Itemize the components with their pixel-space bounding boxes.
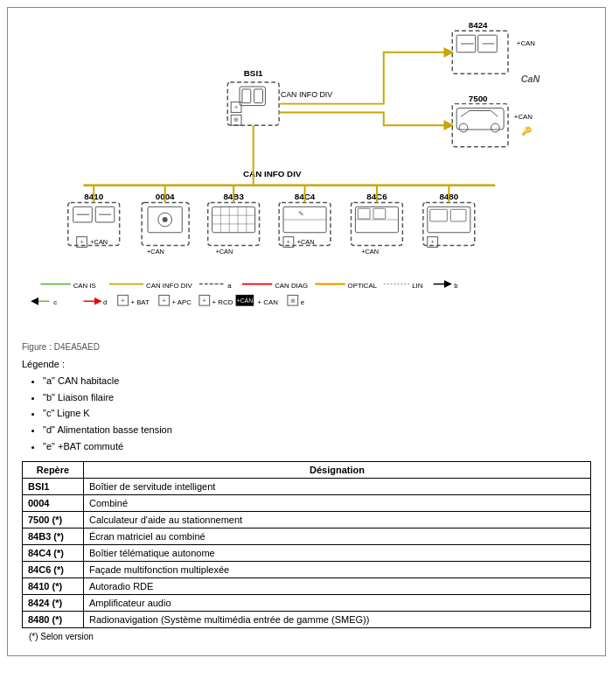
desig-8424: Amplificateur audio	[84, 595, 591, 612]
svg-text:+ CAN: + CAN	[258, 298, 279, 306]
table-row: 0004 Combiné	[23, 495, 591, 512]
svg-text:CAN INFO DIV: CAN INFO DIV	[243, 169, 302, 178]
repere-84c6: 84C6 (*)	[23, 562, 84, 578]
legend-item-b: "b" Liaison filaire	[43, 389, 591, 406]
svg-text:+CAN: +CAN	[216, 248, 233, 256]
svg-text:+CAN: +CAN	[361, 248, 379, 256]
repere-0004: 0004	[23, 495, 84, 512]
svg-text:CAN DIAG: CAN DIAG	[275, 282, 308, 290]
svg-text:+: +	[430, 238, 435, 246]
col-header-repere: Repère	[23, 462, 84, 479]
svg-text:⊕: ⊕	[233, 116, 239, 122]
svg-text:+: +	[202, 297, 206, 304]
svg-text:+: +	[80, 238, 84, 246]
figure-label: Figure : D4EA5AED	[22, 342, 591, 352]
desig-8480: Radionavigation (Système multimédia entr…	[84, 612, 591, 628]
desig-84c4: Boîtier télématique autonome	[84, 545, 591, 562]
svg-point-42	[163, 217, 168, 222]
table-row: 8480 (*) Radionavigation (Système multim…	[23, 612, 591, 628]
repere-8424: 8424 (*)	[23, 595, 84, 612]
svg-text:CaN: CaN	[521, 74, 540, 84]
svg-text:+ BAT: + BAT	[130, 298, 150, 306]
svg-text:+CAN: +CAN	[147, 248, 164, 256]
svg-text:CAN IS: CAN IS	[73, 282, 96, 290]
table-row: 8424 (*) Amplificateur audio	[23, 595, 591, 612]
table-footnote: (*) Selon version	[29, 632, 584, 641]
svg-text:⊕: ⊕	[290, 298, 296, 304]
reference-table-section: Repère Désignation BSI1 Boîtier de servi…	[22, 461, 591, 641]
svg-text:LIN: LIN	[412, 282, 423, 290]
repere-7500: 7500 (*)	[23, 512, 84, 528]
table-row: 84C4 (*) Boîtier télématique autonome	[23, 545, 591, 562]
desig-8410: Autoradio RDE	[84, 578, 591, 595]
diagram-area: BSI1 + ⊕ CAN INFO DIV 8424 +CAN CaN	[15, 15, 598, 339]
svg-text:OPTICAL: OPTICAL	[348, 282, 378, 290]
svg-text:7500: 7500	[469, 94, 488, 103]
desig-84c6: Façade multifonction multiplexée	[84, 562, 591, 578]
col-header-designation: Désignation	[84, 462, 591, 479]
svg-text:✎: ✎	[298, 210, 304, 218]
svg-text:e: e	[301, 298, 304, 306]
table-row: 84C6 (*) Façade multifonction multiplexé…	[23, 562, 591, 578]
repere-84b3: 84B3 (*)	[23, 528, 84, 545]
figure-id: Figure : D4EA5AED	[22, 342, 100, 352]
desig-bsi1: Boîtier de servitude intelligent	[84, 479, 591, 495]
svg-text:+CAN: +CAN	[297, 238, 315, 246]
repere-84c4: 84C4 (*)	[23, 545, 84, 562]
table-row: 84B3 (*) Écran matriciel au combiné	[23, 528, 591, 545]
repere-8480: 8480 (*)	[23, 612, 84, 628]
svg-rect-18	[452, 104, 508, 147]
table-row: BSI1 Boîtier de servitude intelligent	[23, 479, 591, 495]
svg-text:+: +	[287, 238, 291, 246]
svg-text:🔑: 🔑	[521, 125, 533, 136]
svg-text:c: c	[53, 298, 57, 306]
svg-text:+CAN: +CAN	[514, 113, 533, 121]
svg-text:+CAN: +CAN	[517, 39, 535, 47]
svg-text:+CAN: +CAN	[237, 298, 254, 304]
table-row: 8410 (*) Autoradio RDE	[23, 578, 591, 595]
svg-rect-65	[352, 202, 403, 245]
svg-text:+: +	[162, 297, 166, 304]
svg-text:CAN INFO DIV: CAN INFO DIV	[281, 90, 332, 99]
diagram-svg: BSI1 + ⊕ CAN INFO DIV 8424 +CAN CaN	[15, 15, 598, 339]
desig-0004: Combiné	[84, 495, 591, 512]
repere-bsi1: BSI1	[23, 479, 84, 495]
main-container: BSI1 + ⊕ CAN INFO DIV 8424 +CAN CaN	[7, 7, 606, 656]
legend-item-c: "c" Ligne K	[43, 405, 591, 422]
svg-text:b: b	[454, 282, 458, 290]
svg-text:CAN INFO DIV: CAN INFO DIV	[146, 282, 192, 290]
legend-title: Légende :	[22, 359, 591, 369]
repere-8410: 8410 (*)	[23, 578, 84, 595]
svg-text:BSI1: BSI1	[244, 68, 263, 78]
legend-list: "a" CAN habitacle "b" Liaison filaire "c…	[43, 373, 591, 454]
svg-text:+: +	[234, 103, 239, 111]
legend-item-a: "a" CAN habitacle	[43, 373, 591, 389]
table-row: 7500 (*) Calculateur d'aide au stationne…	[23, 512, 591, 528]
svg-text:+CAN: +CAN	[90, 238, 108, 246]
legend-item-d: "d" Alimentation basse tension	[43, 422, 591, 438]
desig-84b3: Écran matriciel au combiné	[84, 528, 591, 545]
svg-text:+ APC: + APC	[172, 298, 192, 306]
svg-text:+: +	[121, 297, 125, 304]
svg-text:8424: 8424	[469, 20, 488, 30]
svg-text:d: d	[103, 298, 107, 306]
legend-section: Légende : "a" CAN habitacle "b" Liaison …	[22, 359, 591, 454]
legend-item-e: "e" +BAT commuté	[43, 438, 591, 455]
reference-table: Repère Désignation BSI1 Boîtier de servi…	[22, 461, 591, 628]
desig-7500: Calculateur d'aide au stationnement	[84, 512, 591, 528]
svg-text:a: a	[227, 282, 232, 290]
svg-text:+ RCD: + RCD	[212, 298, 233, 306]
